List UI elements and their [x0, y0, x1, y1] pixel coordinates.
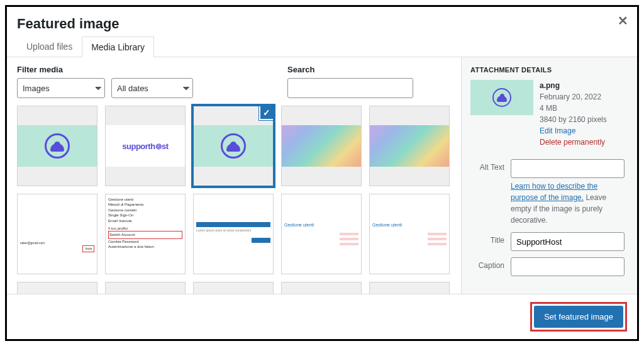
edit-image-link[interactable]: Edit Image: [540, 126, 575, 135]
media-thumb[interactable]: supporth⊚st: [105, 106, 186, 186]
cloud-icon: [221, 133, 246, 159]
highlight-box: Set featured image: [530, 302, 627, 332]
media-thumb[interactable]: [369, 282, 450, 294]
tab-media-library[interactable]: Media Library: [82, 36, 154, 57]
delete-permanently-link[interactable]: Delete permanently: [540, 138, 605, 147]
search-input[interactable]: [287, 78, 413, 98]
modal-title: Featured image: [17, 16, 627, 32]
media-thumb[interactable]: Gestione utenti: [369, 194, 450, 274]
attachment-details-panel: ATTACHMENT DETAILS a.png February 20, 20…: [461, 57, 637, 294]
media-thumb[interactable]: [281, 106, 362, 186]
attachment-filename: a.png: [540, 80, 607, 91]
media-thumb[interactable]: sales@gmail.comInvia: [17, 194, 97, 274]
filter-type-select[interactable]: Images: [17, 78, 105, 98]
media-thumb[interactable]: [281, 282, 362, 294]
media-thumb[interactable]: [369, 106, 450, 186]
cloud-icon: [492, 88, 511, 107]
check-icon: ✓: [259, 106, 274, 120]
panel-heading: ATTACHMENT DETAILS: [470, 66, 625, 74]
media-thumb-selected[interactable]: ✓: [193, 106, 274, 186]
search-label: Search: [287, 65, 413, 74]
tab-upload-files[interactable]: Upload files: [17, 36, 82, 57]
tab-bar: Upload files Media Library: [7, 36, 637, 57]
media-grid: supporth⊚st ✓ sales@gmail.comInvia Gesti…: [17, 106, 451, 294]
attachment-dimensions: 3840 by 2160 pixels: [540, 114, 607, 125]
cloud-icon: [45, 133, 70, 159]
supporthost-logo: supporth⊚st: [122, 142, 168, 151]
caption-label: Caption: [470, 257, 504, 270]
attachment-preview: [470, 80, 533, 115]
media-thumb[interactable]: [17, 106, 97, 186]
media-thumb[interactable]: Gestione utentiMetodi di PagamentoGestio…: [105, 194, 186, 274]
media-thumb[interactable]: [17, 282, 97, 294]
attachment-size: 4 MB: [540, 103, 607, 114]
title-label: Title: [470, 232, 504, 245]
title-input[interactable]: [511, 232, 625, 251]
featured-image-modal: ✕ Featured image Upload files Media Libr…: [5, 5, 639, 341]
alt-text-input[interactable]: [511, 159, 625, 178]
media-thumb[interactable]: Gestione utenti: [281, 194, 362, 274]
media-thumb[interactable]: [105, 282, 186, 294]
media-thumb[interactable]: [193, 282, 274, 294]
set-featured-image-button[interactable]: Set featured image: [534, 306, 623, 328]
filter-date-select[interactable]: All dates: [111, 78, 193, 98]
filter-media-label: Filter media: [17, 65, 193, 74]
close-icon[interactable]: ✕: [618, 13, 628, 28]
media-thumb[interactable]: Lorem ipsum dolor sit amet consectetur: [193, 194, 274, 274]
caption-input[interactable]: [511, 257, 625, 276]
alt-text-label: Alt Text: [470, 159, 504, 172]
attachment-date: February 20, 2022: [540, 91, 607, 103]
